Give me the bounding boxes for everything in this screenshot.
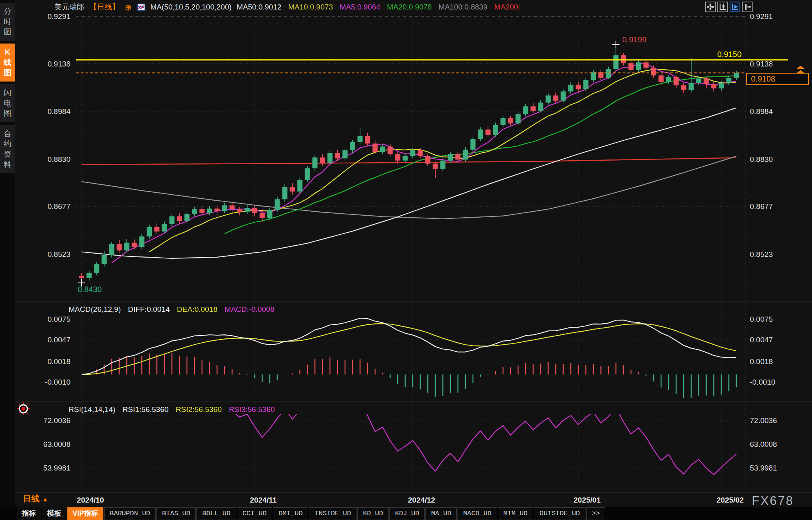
sidebar-item-2[interactable]: 闪电图: [0, 84, 15, 122]
indicator-tab-bar: 指标模板VIP指标BARUPDN_UDBIAS_UDBOLL_UDCCI_UDD…: [0, 507, 812, 520]
tab-cci_ud[interactable]: CCI_UD: [237, 507, 272, 520]
svg-text:0.8523: 0.8523: [750, 250, 773, 258]
chart-type-icon[interactable]: [137, 4, 145, 11]
pan-crosshair-icon[interactable]: [705, 2, 716, 12]
svg-text:2024/12: 2024/12: [408, 496, 435, 504]
axis-shift-icon[interactable]: [742, 2, 753, 12]
period-selector[interactable]: 日线▲: [23, 493, 48, 504]
svg-text:72.0036: 72.0036: [43, 416, 71, 425]
tab-dmi_ud[interactable]: DMI_UD: [273, 507, 308, 520]
svg-text:53.9981: 53.9981: [750, 464, 777, 472]
macd-panel-header: MACD(26,12,9) DIFF:0.0014 DEA:0.0018 MAC…: [69, 305, 274, 314]
price-up-arrows-icon: [794, 65, 807, 76]
rsi2-value: RSI2:56.5360: [176, 405, 222, 414]
ma-lines: [82, 64, 736, 263]
chart-header: 美元瑞郎 【日线】 ⊕ MA(50,10,5,20,100,200) MA50:…: [54, 2, 520, 12]
svg-text:63.0008: 63.0008: [750, 440, 777, 448]
low-price-annotation: 0.8430: [78, 285, 102, 294]
svg-text:0.9138: 0.9138: [750, 60, 773, 68]
svg-text:0.9138: 0.9138: [48, 60, 71, 68]
high-price-annotation: 0.9199: [622, 35, 646, 44]
macd-title: MACD(26,12,9): [69, 305, 121, 314]
macd-series: [82, 318, 736, 398]
ma-value-5: MA200:: [494, 3, 520, 11]
svg-text:0.8830: 0.8830: [48, 155, 71, 163]
svg-text:0.8984: 0.8984: [750, 107, 773, 116]
ma-value-3: MA20:0.9078: [387, 3, 432, 11]
brand-watermark: FX678: [752, 494, 794, 508]
ma-value-2: MA5:0.9064: [340, 3, 380, 11]
svg-text:-0.0010: -0.0010: [45, 378, 71, 386]
svg-text:0.8677: 0.8677: [48, 202, 71, 211]
tab->>[interactable]: >>: [586, 507, 605, 520]
resistance-line-label: 0.9150: [694, 50, 741, 59]
svg-text:0.8830: 0.8830: [750, 155, 773, 163]
macd-diff-value: DIFF:0.0014: [128, 305, 170, 314]
svg-text:2024/10: 2024/10: [77, 496, 104, 504]
svg-text:0.0047: 0.0047: [750, 336, 773, 344]
period-tag[interactable]: 【日线】: [90, 2, 120, 12]
chart-canvas[interactable]: 0.92910.92910.91380.91380.89840.89840.88…: [0, 0, 812, 507]
x-axis-labels: 2024/102024/112024/122025/012025/02: [77, 496, 744, 504]
tab-[interactable]: 模板: [42, 507, 67, 520]
rsi-title: RSI(14,14,14): [69, 405, 115, 414]
macd-dea-value: DEA:0.0018: [177, 305, 217, 314]
svg-text:0.9291: 0.9291: [750, 12, 773, 21]
tab-ma_ud[interactable]: MA_UD: [425, 507, 457, 520]
scale-toolbar: [705, 2, 753, 12]
trading-app: 0.92910.92910.91380.91380.89840.89840.88…: [0, 0, 812, 520]
axis-scale-icon[interactable]: [717, 2, 728, 12]
playback-icon[interactable]: [730, 2, 740, 12]
svg-text:0.8984: 0.8984: [48, 107, 71, 116]
svg-text:0.8523: 0.8523: [48, 250, 71, 258]
compare-add-icon[interactable]: ⊕: [125, 4, 132, 11]
svg-text:0.8677: 0.8677: [750, 202, 773, 211]
period-selector-label: 日线: [23, 494, 40, 503]
svg-text:-0.0010: -0.0010: [750, 378, 775, 386]
svg-text:0.9291: 0.9291: [48, 12, 71, 21]
ma-params-label: MA(50,10,5,20,100,200): [151, 3, 232, 11]
tab-vip[interactable]: VIP指标: [67, 507, 103, 520]
price-level-lines: [76, 60, 788, 73]
svg-text:63.0008: 63.0008: [43, 440, 71, 448]
svg-text:0.0018: 0.0018: [750, 357, 773, 366]
tab-barupdn_ud[interactable]: BARUPDN_UD: [104, 507, 156, 520]
tab-mtm_ud[interactable]: MTM_UD: [498, 507, 533, 520]
tab-inside_ud[interactable]: INSIDE_UD: [309, 507, 356, 520]
chart-mode-sidebar: 分时图K线图闪电图合约资料: [0, 0, 15, 520]
svg-text:0.0075: 0.0075: [48, 315, 71, 323]
tab-boll_ud[interactable]: BOLL_UD: [196, 507, 236, 520]
sidebar-item-3[interactable]: 合约资料: [0, 125, 15, 173]
tab-[interactable]: 指标: [17, 507, 41, 520]
tab-outside_ud[interactable]: OUTSIDE_UD: [534, 507, 585, 520]
tab-bias_ud[interactable]: BIAS_UD: [156, 507, 196, 520]
live-indicator-icon[interactable]: [17, 402, 30, 417]
svg-text:53.9981: 53.9981: [43, 464, 71, 472]
rsi3-value: RSI3:56.5360: [229, 405, 275, 414]
svg-text:0.0047: 0.0047: [48, 336, 71, 344]
ma-value-4: MA100:0.8839: [438, 3, 488, 11]
rsi1-value: RSI1:56.5360: [122, 405, 168, 414]
svg-text:0.0075: 0.0075: [750, 315, 773, 323]
ma-value-0: MA50:0.9012: [237, 3, 282, 11]
svg-text:2025/01: 2025/01: [574, 496, 601, 504]
svg-text:2024/11: 2024/11: [250, 496, 277, 504]
svg-text:0.0018: 0.0018: [48, 357, 71, 366]
sidebar-item-0[interactable]: 分时图: [0, 3, 15, 41]
macd-hist-value: MACD:-0.0008: [225, 305, 274, 314]
tab-kdj_ud[interactable]: KDJ_UD: [389, 507, 425, 520]
svg-text:2025/02: 2025/02: [717, 496, 744, 504]
ma-values: MA50:0.9012MA10:0.9073MA5:0.9064MA20:0.9…: [237, 3, 520, 11]
rsi-panel-header: RSI(14,14,14) RSI1:56.5360 RSI2:56.5360 …: [69, 405, 275, 414]
tab-macd_ud[interactable]: MACD_UD: [457, 507, 497, 520]
symbol-name: 美元瑞郎: [54, 2, 84, 12]
svg-text:72.0036: 72.0036: [750, 416, 777, 425]
ma-value-1: MA10:0.9073: [288, 3, 333, 11]
sidebar-item-1[interactable]: K线图: [0, 44, 15, 82]
triangle-up-icon: ▲: [42, 496, 48, 503]
tab-kd_ud[interactable]: KD_UD: [357, 507, 389, 520]
